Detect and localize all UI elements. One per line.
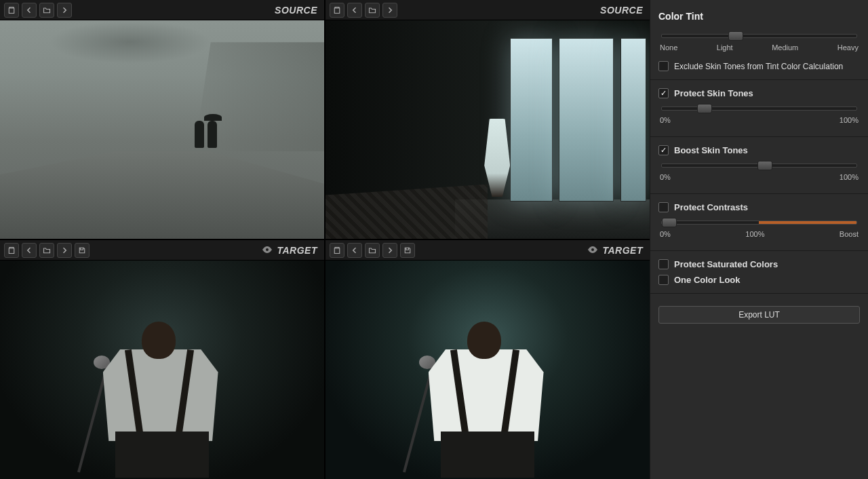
protect-skin-ticks: 0% 100% — [660, 116, 859, 124]
panel-source-b: SOURCE — [326, 0, 650, 239]
protect-contrasts-slider[interactable] — [661, 221, 857, 225]
slider-thumb[interactable] — [697, 104, 712, 113]
protect-skin-slider[interactable] — [661, 107, 857, 111]
viewer-grid: SOURCE SOURCE — [0, 0, 650, 479]
exclude-skin-label: Exclude Skin Tones from Tint Color Calcu… — [674, 62, 843, 71]
clipboard-button[interactable] — [330, 243, 344, 258]
boost-skin-checkbox[interactable]: ✓ — [658, 145, 669, 155]
one-color-checkbox[interactable] — [658, 275, 669, 285]
save-button[interactable] — [75, 243, 90, 258]
export-lut-button[interactable]: Export LUT — [658, 306, 860, 324]
clipboard-button[interactable] — [4, 243, 19, 258]
protect-skin-row[interactable]: ✓ Protect Skin Tones — [658, 88, 860, 98]
panel-label: TARGET — [587, 245, 646, 256]
image-target-b[interactable] — [326, 261, 650, 479]
slider-thumb[interactable] — [757, 161, 772, 170]
toolbar-target-b: TARGET — [326, 240, 650, 261]
panel-source-a: SOURCE — [0, 0, 324, 239]
clipboard-button[interactable] — [4, 3, 19, 18]
toolbar-source-a: SOURCE — [0, 0, 324, 20]
protect-contrasts-title: Protect Contrasts — [674, 202, 748, 212]
color-tint-slider[interactable] — [661, 34, 857, 38]
protect-saturated-row[interactable]: Protect Saturated Colors — [658, 259, 860, 269]
exclude-skin-checkbox[interactable] — [658, 61, 669, 71]
toolbar-source-b: SOURCE — [326, 0, 650, 20]
exclude-skin-row[interactable]: Exclude Skin Tones from Tint Color Calcu… — [658, 61, 860, 71]
protect-saturated-title: Protect Saturated Colors — [674, 259, 778, 269]
folder-button[interactable] — [365, 243, 380, 258]
panel-target-a: TARGET — [0, 240, 324, 479]
image-source-a[interactable] — [0, 20, 324, 239]
slider-thumb[interactable] — [662, 218, 677, 227]
boost-skin-slider[interactable] — [661, 164, 857, 168]
save-button[interactable] — [400, 243, 415, 258]
boost-skin-row[interactable]: ✓ Boost Skin Tones — [658, 145, 860, 155]
next-button[interactable] — [57, 243, 72, 258]
next-button[interactable] — [382, 243, 397, 258]
protect-contrasts-checkbox[interactable] — [658, 202, 669, 212]
protect-contrasts-row[interactable]: Protect Contrasts — [658, 202, 860, 212]
panel-label: TARGET — [262, 245, 320, 256]
clipboard-button[interactable] — [330, 3, 344, 18]
next-button[interactable] — [382, 3, 397, 18]
panel-label: SOURCE — [600, 5, 646, 16]
protect-saturated-checkbox[interactable] — [658, 259, 669, 269]
eye-icon[interactable] — [587, 245, 598, 256]
image-source-b[interactable] — [326, 20, 650, 239]
protect-contrasts-ticks: 0% 100% Boost — [660, 230, 859, 238]
boost-skin-title: Boost Skin Tones — [674, 145, 748, 155]
one-color-title: One Color Look — [674, 275, 741, 285]
sidebar: Color Tint None Light Medium Heavy Exclu… — [650, 0, 868, 479]
boost-skin-ticks: 0% 100% — [660, 173, 859, 181]
folder-button[interactable] — [39, 3, 54, 18]
prev-button[interactable] — [347, 3, 362, 18]
panel-label: SOURCE — [275, 5, 320, 16]
folder-button[interactable] — [365, 3, 380, 18]
prev-button[interactable] — [347, 243, 362, 258]
prev-button[interactable] — [22, 243, 37, 258]
panel-target-b: TARGET — [326, 240, 650, 479]
slider-thumb[interactable] — [728, 31, 743, 41]
prev-button[interactable] — [22, 3, 37, 18]
color-tint-title: Color Tint — [658, 11, 860, 22]
protect-skin-title: Protect Skin Tones — [674, 88, 753, 98]
protect-skin-checkbox[interactable]: ✓ — [658, 88, 669, 98]
toolbar-target-a: TARGET — [0, 240, 324, 261]
image-target-a[interactable] — [0, 261, 324, 479]
one-color-row[interactable]: One Color Look — [658, 275, 860, 285]
color-tint-ticks: None Light Medium Heavy — [660, 43, 859, 52]
eye-icon[interactable] — [262, 245, 273, 256]
folder-button[interactable] — [39, 243, 54, 258]
next-button[interactable] — [57, 3, 72, 18]
